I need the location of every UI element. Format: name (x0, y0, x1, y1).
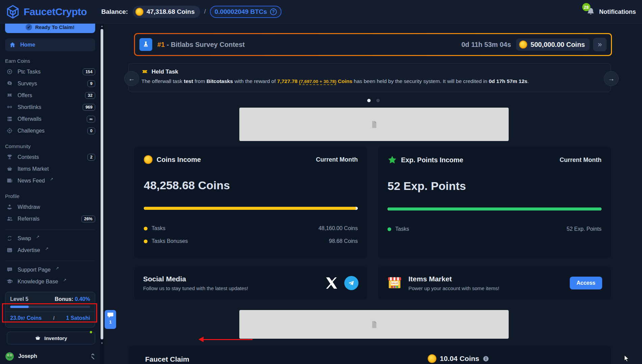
scroll-up-arrow[interactable]: ▲ (100, 24, 104, 28)
carousel-prev-button[interactable]: ← (124, 71, 139, 86)
brand[interactable]: FaucetCrypto (0, 4, 101, 19)
home-label: Home (20, 42, 35, 48)
count-badge: 969 (83, 104, 95, 111)
sidebar-item-news-feed[interactable]: News Feed ↗ (5, 175, 95, 187)
help-icon[interactable]: ? (270, 8, 277, 15)
faucet-claim-title: Faucet Claim (145, 355, 189, 363)
chevron-up-down-icon (90, 353, 95, 359)
income-row: Tasks 52 Exp. Points (387, 223, 601, 235)
coins-balance-value: 47,318.68 Coins (146, 8, 195, 16)
avatar (5, 352, 14, 361)
sidebar-item-items-market[interactable]: Items Market (5, 163, 95, 175)
main-content: #1 - Bitlabs Survey Contest 0d 11h 53m 0… (104, 24, 642, 364)
bonus-label: Bonus: (55, 296, 73, 302)
brand-name: FaucetCrypto (24, 6, 87, 18)
basket-icon (6, 165, 13, 173)
external-link-icon: ↗ (63, 278, 66, 282)
news-icon (6, 177, 13, 185)
social-subtitle: Follow us to stay tuned with the latest … (143, 285, 248, 291)
dot-icon (144, 240, 148, 243)
sidebar-item-offers[interactable]: Offers 32 (5, 89, 95, 101)
sidebar-item-knowledge-base[interactable]: Knowledge Base ↗ (5, 276, 95, 287)
divider (5, 261, 95, 261)
server-icon (6, 115, 13, 123)
external-link-icon: ↗ (50, 177, 53, 181)
level-progress-bar (10, 306, 90, 308)
x-twitter-icon[interactable] (325, 276, 338, 290)
chat-unread-count: 1 (109, 319, 111, 325)
chat-bubble-icon (6, 266, 13, 274)
info-icon[interactable] (483, 356, 489, 362)
sidebar-item-swap[interactable]: Swap ↗ (5, 232, 95, 244)
contest-reward-pill: 500,000.00 Coins (516, 38, 590, 51)
coin-icon (135, 8, 143, 16)
ready-to-claim-button[interactable]: ✔ Ready To Claim! (5, 24, 95, 33)
username: Joseph (18, 353, 37, 359)
sidebar-item-offerwalls[interactable]: Offerwalls ∞ (5, 113, 95, 125)
inventory-status-dot (89, 330, 93, 334)
items-market-card: SALE Items Market Power up your account … (378, 267, 611, 300)
chat-bubble-icon (107, 312, 114, 318)
sidebar-item-advertise[interactable]: Advertise ↗ (5, 244, 95, 256)
coin-icon (144, 155, 153, 164)
scroll-down-arrow[interactable]: ▼ (100, 341, 104, 345)
dot-icon (387, 227, 391, 231)
carousel-dot-active[interactable] (367, 99, 371, 102)
level-label: Level 5 (10, 296, 28, 302)
trophy-icon (6, 153, 13, 161)
sidebar-item-support-page[interactable]: Support Page ↗ (5, 264, 95, 276)
level-card: Level 5 Bonus: 0.40% 23.097 Coins / 1 Sa… (5, 292, 95, 328)
coins-income-total: 48,258.68 Coins (144, 179, 358, 192)
scrollbar-thumb[interactable] (101, 29, 103, 339)
swap-icon (6, 235, 13, 242)
star-icon (387, 155, 397, 165)
btc-balance-pill[interactable]: 0.00002049 BTCs ? (210, 6, 282, 18)
sidebar-item-challenges[interactable]: Challenges 0 (5, 125, 95, 137)
coins-income-title: Coins Income (157, 156, 201, 164)
section-title-profile: Profile (5, 193, 95, 199)
carousel-dot[interactable] (376, 99, 380, 102)
held-task-message: The offerwall task test from Bitcotasks … (141, 78, 590, 85)
chat-widget[interactable]: 1 (105, 310, 116, 329)
income-row: Tasks Bonuses 98.68 Coins (144, 235, 358, 248)
file-icon (370, 120, 378, 129)
contest-banner[interactable]: #1 - Bitlabs Survey Contest 0d 11h 53m 0… (134, 33, 612, 56)
sidebar-item-ptc-tasks[interactable]: Ptc Tasks 154 (5, 66, 95, 78)
sidebar-item-home[interactable]: Home (5, 38, 95, 51)
flask-icon (139, 38, 152, 51)
coins-income-progress (144, 207, 358, 210)
exp-income-card: Exp. Points Income Current Month 52 Exp.… (378, 146, 611, 258)
access-button[interactable]: Access (570, 277, 602, 289)
notifications-button[interactable]: 28 Notifications (586, 0, 636, 24)
home-icon (9, 41, 16, 48)
market-stall-icon: SALE (387, 275, 402, 291)
target-icon (6, 127, 13, 135)
file-icon (370, 320, 378, 329)
market-title: Items Market (408, 275, 499, 283)
count-badge: ∞ (87, 116, 95, 122)
count-badge: 9 (87, 80, 95, 87)
telegram-icon[interactable] (344, 276, 358, 290)
sidebar-scrollbar[interactable]: ▲ ▼ (100, 24, 104, 364)
carousel-next-button[interactable]: → (604, 71, 619, 86)
inventory-button[interactable]: Inventory (7, 332, 95, 344)
sidebar-item-referrals[interactable]: Referrals 26% (5, 213, 95, 225)
balance-label: Balance: (101, 8, 128, 16)
held-task-card: Held Task The offerwall task test from B… (128, 63, 611, 92)
svg-text:SALE: SALE (391, 282, 398, 285)
external-link-icon: ↗ (45, 246, 49, 251)
contest-more-button[interactable]: » (593, 38, 607, 51)
sidebar-item-shortlinks[interactable]: Shortlinks 969 (5, 101, 95, 113)
brand-cube-icon (5, 4, 20, 19)
claim-button-label: Ready To Claim! (35, 24, 74, 30)
image-icon (6, 247, 13, 254)
sidebar-item-surveys[interactable]: $ Surveys 9 (5, 78, 95, 89)
ticket-icon (6, 92, 13, 99)
social-title: Social Media (143, 275, 248, 283)
sidebar-item-contests[interactable]: Contests 2 (5, 151, 95, 163)
graduation-cap-icon (6, 278, 13, 285)
sidebar-item-withdraw[interactable]: Withdraw (5, 201, 95, 213)
divider (5, 229, 95, 230)
coins-balance-pill[interactable]: 47,318.68 Coins (133, 6, 200, 18)
user-menu[interactable]: Joseph (5, 350, 95, 362)
